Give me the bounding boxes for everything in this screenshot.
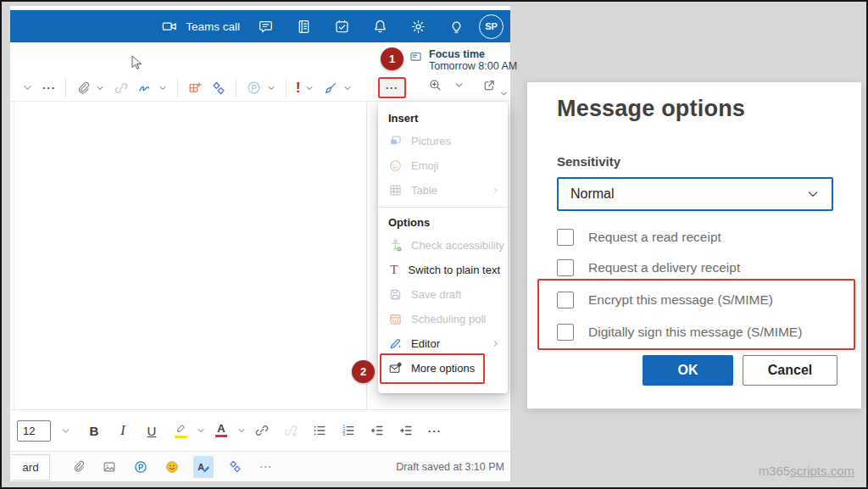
highlight-color-button[interactable]: [166, 418, 195, 443]
signature-chevron-icon[interactable]: [158, 77, 172, 99]
message-body-left-border: [14, 102, 14, 409]
insert-link-icon[interactable]: [109, 77, 133, 99]
insert-image-icon[interactable]: [99, 456, 120, 478]
delivery-receipt-checkbox[interactable]: [557, 259, 574, 276]
discard-button[interactable]: ard: [12, 454, 50, 481]
importance-chevron-icon[interactable]: [304, 77, 319, 99]
open-new-window-icon[interactable]: [482, 79, 496, 92]
italic-button[interactable]: I: [108, 418, 137, 443]
menu-item-switch-plain-text[interactable]: T Switch to plain text: [378, 258, 508, 282]
sweep-broom-icon[interactable]: [319, 77, 342, 99]
read-receipt-checkbox[interactable]: [557, 229, 574, 246]
video-camera-icon: [161, 18, 178, 35]
format-toolbar: 12 B I U A 123 ···: [10, 409, 510, 451]
cancel-button[interactable]: Cancel: [743, 355, 837, 386]
teams-call-label: Teams call: [186, 20, 240, 33]
focus-time-title: Focus time: [429, 48, 517, 60]
bottom-more-ellipsis[interactable]: ···: [256, 456, 276, 478]
attach-chevron-icon[interactable]: [95, 77, 109, 99]
toolbar-divider: [236, 79, 236, 97]
format-more-ellipsis[interactable]: ···: [420, 418, 449, 443]
menu-item-more-options[interactable]: More options: [378, 356, 508, 381]
settings-button[interactable]: [399, 10, 437, 42]
overflow-more-button-highlighted[interactable]: ···: [378, 77, 406, 98]
sensitivity-select[interactable]: Normal: [557, 177, 833, 211]
loop-component-icon[interactable]: [225, 456, 245, 478]
loop-p-icon[interactable]: [131, 456, 151, 478]
save-floppy-icon: [388, 287, 403, 302]
underline-button[interactable]: U: [137, 418, 166, 443]
add-in-grid-icon[interactable]: [183, 77, 207, 99]
pictures-icon: [388, 134, 403, 148]
gear-icon: [410, 19, 426, 35]
envelope-gear-icon: [388, 361, 403, 375]
sign-smime-checkbox[interactable]: [557, 324, 574, 341]
bottom-icons: A ···: [68, 455, 276, 478]
scroll-chevron-icon[interactable]: [499, 89, 509, 98]
avatar[interactable]: SP: [479, 14, 504, 39]
permission-p-icon[interactable]: [242, 77, 266, 99]
menu-section-insert: Insert: [378, 108, 508, 129]
numbered-list-button[interactable]: 123: [334, 418, 363, 443]
font-size-chevron-icon[interactable]: [51, 418, 80, 443]
ok-button[interactable]: OK: [643, 355, 733, 386]
tasks-button[interactable]: [323, 10, 361, 42]
tips-button[interactable]: [437, 10, 476, 42]
notebook-button[interactable]: [285, 10, 323, 42]
highlight-chevron-icon[interactable]: [195, 418, 207, 443]
zoom-magnifier-icon[interactable]: [428, 78, 442, 92]
importance-exclamation-icon[interactable]: !: [292, 77, 304, 99]
encrypt-smime-label: Encrypt this message (S/MIME): [588, 292, 773, 308]
bold-button[interactable]: B: [80, 418, 108, 443]
read-receipt-row: Request a read receipt: [557, 226, 721, 248]
zoom-chevron-icon[interactable]: [453, 80, 465, 91]
suite-header: Teams call SP: [10, 10, 510, 42]
menu-item-table: Table: [378, 178, 508, 203]
delivery-receipt-row: Request a delivery receipt: [557, 257, 740, 279]
submenu-chevron-right-icon: [491, 186, 500, 195]
menu-item-emoji: Emoji: [378, 153, 508, 178]
emoji-smiley-icon[interactable]: [162, 456, 182, 478]
attach-paperclip-icon[interactable]: [68, 456, 88, 478]
insert-link-button[interactable]: [248, 418, 276, 443]
focus-time-card[interactable]: Focus time Tomorrow 8:00 AM: [409, 48, 517, 73]
message-options-dialog: Message options Sensitivity Normal Reque…: [527, 82, 861, 408]
menu-item-pictures: Pictures: [378, 129, 508, 153]
svg-text:A: A: [198, 462, 204, 472]
mouse-cursor-icon: [131, 55, 142, 70]
permission-chevron-icon[interactable]: [266, 77, 281, 99]
delivery-receipt-label: Request a delivery receipt: [588, 260, 740, 275]
more-ellipsis-glyph: ···: [386, 82, 398, 94]
decrease-indent-button[interactable]: [363, 418, 392, 443]
plain-text-t-icon: T: [388, 263, 400, 277]
bell-icon: [372, 19, 388, 35]
watermark: m365scripts.com: [759, 464, 854, 478]
signature-pen-icon[interactable]: [133, 77, 158, 99]
accessibility-person-icon: [388, 238, 403, 253]
toolbar-more-ellipsis[interactable]: ···: [38, 77, 60, 99]
notifications-button[interactable]: [361, 10, 399, 42]
sign-smime-label: Digitally sign this message (S/MIME): [588, 325, 802, 340]
sweep-chevron-icon[interactable]: [342, 77, 357, 99]
lightbulb-icon: [448, 19, 465, 35]
font-size-input[interactable]: 12: [17, 420, 51, 442]
chat-button[interactable]: [247, 10, 285, 42]
dialog-title: Message options: [557, 96, 745, 122]
font-color-chevron-icon[interactable]: [236, 418, 248, 443]
annotation-step-2-badge: 2: [352, 360, 375, 383]
chat-icon: [258, 19, 274, 35]
bullet-list-button[interactable]: [305, 418, 334, 443]
attach-paperclip-icon[interactable]: [71, 77, 95, 99]
menu-item-editor[interactable]: Editor: [378, 331, 508, 356]
editor-button-active[interactable]: A: [193, 456, 214, 478]
select-chevron-down-icon: [806, 187, 820, 201]
remove-link-button: [276, 418, 305, 443]
loop-component-icon[interactable]: [207, 77, 231, 99]
encrypt-smime-checkbox[interactable]: [557, 292, 574, 308]
teams-call-button[interactable]: Teams call: [161, 18, 240, 35]
increase-indent-button[interactable]: [392, 418, 420, 443]
toolbar-chevron-down-icon[interactable]: [17, 77, 38, 99]
annotation-step-1-badge: 1: [381, 47, 403, 70]
font-color-button[interactable]: A: [207, 418, 236, 443]
overflow-menu: Insert Pictures Emoji Table Options Chec…: [378, 102, 508, 393]
